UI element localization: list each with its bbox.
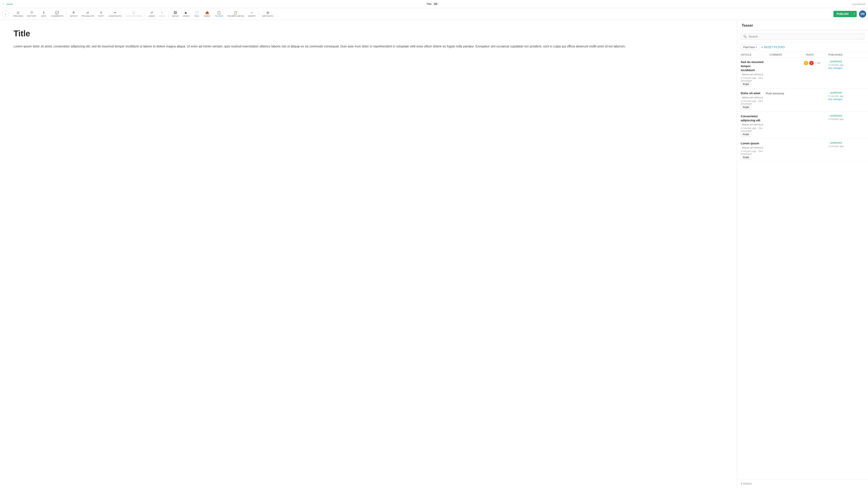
top-bar: ✓ saved Title DE unpublished — [0, 0, 868, 8]
close-icon: ✕ — [761, 46, 763, 49]
search-section: 🔍 — [737, 31, 868, 43]
image-label: IMAGE — [172, 15, 179, 17]
preview-button[interactable]: ⊡ PREVIEW — [11, 10, 25, 18]
article-name: Dolor sit amet REGULAR ARTICLE — [741, 91, 764, 99]
file-button[interactable]: 📄 FILE — [192, 10, 202, 18]
translate-icon: ⇄ — [86, 11, 89, 14]
teaser-unpub-icon: 📋 — [234, 11, 237, 14]
history-icon: ⏱ — [30, 11, 33, 14]
col-comment: Comment — [770, 53, 806, 56]
comment-cell: Push tomorrow — [766, 91, 802, 95]
copy-icon: ⎘ — [100, 11, 102, 14]
language-badge: DE — [433, 2, 438, 5]
lists-label: LISTS ON PAGE — [126, 15, 142, 17]
assistants-button[interactable]: ✦ ASSISTANTS — [107, 10, 123, 18]
published-time: 4 minutes ago — [828, 95, 864, 97]
copy-button[interactable]: ⎘ COPY — [96, 10, 106, 18]
info-button[interactable]: ℹ INFO — [39, 10, 49, 18]
watch-label: WATCH — [70, 15, 78, 17]
video-button[interactable]: ▶ VIDEO — [181, 10, 191, 18]
article-title: Title — [13, 29, 723, 38]
undo-button[interactable]: ↺ UNDO — [147, 10, 157, 18]
article-name: Consectetur adipiscing elit REGULAR ARTI… — [741, 114, 764, 126]
inbox-button[interactable]: 📥 INBOX — [202, 10, 213, 18]
has-changes[interactable]: has changes — [828, 98, 864, 101]
comments-button[interactable]: 💬 COMMENTS — [49, 10, 65, 18]
col-published: Published — [828, 53, 864, 56]
search-box: 🔍 — [741, 33, 864, 40]
published-cell: ↑ published 4 minutes ago has changes — [828, 91, 864, 101]
nav-back-button[interactable]: ‹ — [2, 10, 9, 18]
search-input[interactable] — [749, 35, 862, 38]
col-tasks: Tasks — [806, 53, 828, 56]
push-button[interactable]: PUSH — [741, 133, 751, 136]
toolbar-sep-1 — [66, 10, 67, 18]
editor-area[interactable]: Title Lorem ipsum dolor sit amet, consec… — [0, 20, 737, 488]
insert-icon: + — [251, 11, 253, 14]
watch-button[interactable]: 👁 WATCH — [68, 10, 79, 18]
lists-on-page-button[interactable]: ☰ LISTS ON PAGE — [124, 10, 144, 18]
comment-text: Push tomorrow — [766, 92, 802, 95]
teaser-unpub-label: TEASER UNPUB — [227, 15, 244, 17]
published-label: published — [831, 114, 842, 117]
assistants-label: ASSISTANTS — [108, 15, 122, 17]
teaser-button[interactable]: 📋 TEASER — [213, 10, 225, 18]
main-layout: Title Lorem ipsum dolor sit amet, consec… — [0, 20, 868, 488]
published-label: published — [831, 91, 842, 94]
push-button[interactable]: PUSH — [741, 83, 751, 86]
side-panel: Teaser 🔍 Past hour ▾ ✕ RESET FILTERS Art… — [737, 20, 868, 488]
task-badge: ! — [809, 61, 814, 65]
image-button[interactable]: 🖼 IMAGE — [170, 10, 181, 18]
teaser-label: TEASER — [215, 15, 223, 17]
checkmark-icon: ✓ — [3, 2, 5, 5]
info-label: INFO — [41, 15, 46, 17]
file-label: FILE — [194, 15, 199, 17]
published-time: 4 minutes ago — [828, 145, 864, 148]
history-button[interactable]: ⏱ HISTORY — [25, 10, 38, 18]
image-icon: 🖼 — [174, 11, 177, 14]
reset-label: RESET FILTERS — [764, 46, 785, 49]
task-badges: T! +-23h — [804, 61, 827, 65]
published-label: published — [831, 60, 842, 63]
published-status: ↑ published — [828, 60, 864, 63]
teaser-unpub-button[interactable]: 📋 TEASER UNPUB — [225, 10, 246, 18]
task-count: +-23h — [815, 62, 820, 64]
published-time: 3 minutes ago — [828, 64, 864, 66]
table-row: Dolor sit amet REGULAR ARTICLE 3 minutes… — [737, 89, 868, 112]
article-name: Lorem ipsum REGULAR ARTICLE — [741, 141, 764, 149]
article-cell: Lorem ipsum REGULAR ARTICLE 4 minutes ag… — [741, 141, 764, 160]
redo-button[interactable]: ↻ REDO — [157, 10, 167, 18]
article-body: Lorem ipsum dolor sit amet, consectetur … — [13, 44, 723, 49]
publish-arrow-button[interactable]: ▾ — [852, 11, 857, 17]
insert-button[interactable]: + INSERT — [246, 10, 258, 18]
published-status: ↑ published — [828, 91, 864, 94]
push-button[interactable]: PUSH — [741, 105, 751, 109]
video-label: VIDEO — [183, 15, 189, 17]
lists-icon: ☰ — [132, 11, 135, 14]
publish-status: unpublished — [852, 3, 865, 5]
article-cell: Consectetur adipiscing elit REGULAR ARTI… — [741, 114, 764, 136]
metadata-button[interactable]: ⊞ METADATA — [260, 10, 275, 18]
panel-header: Teaser — [737, 20, 868, 31]
table-row: Consectetur adipiscing elit REGULAR ARTI… — [737, 112, 868, 139]
time-filter-button[interactable]: Past hour ▾ — [741, 44, 759, 50]
article-cell: Sed do eiusmod tempor incididunt REGULAR… — [741, 60, 764, 86]
document-title: Title DE — [426, 2, 438, 6]
translate-button[interactable]: ⇄ TRANSLATE — [80, 10, 96, 18]
has-changes[interactable]: has changes — [828, 67, 864, 69]
article-meta: 2 minutes ago · Dev Developer — [741, 76, 764, 82]
video-icon: ▶ — [185, 11, 187, 14]
reset-filters-button[interactable]: ✕ RESET FILTERS — [761, 46, 785, 49]
article-meta: 3 minutes ago · Dev Developer — [741, 100, 764, 105]
publish-main-button[interactable]: PUBLISH — [833, 11, 852, 17]
published-icon: ↑ — [828, 114, 830, 117]
redo-icon: ↻ — [161, 11, 163, 14]
push-button[interactable]: PUSH — [741, 156, 751, 160]
published-cell: ↑ published 4 minutes ago — [828, 141, 864, 148]
avatar: DD — [859, 10, 866, 18]
saved-status: ✓ saved — [3, 2, 13, 5]
filters-bar: Past hour ▾ ✕ RESET FILTERS — [737, 43, 868, 52]
teaser-icon: 📋 — [217, 11, 221, 14]
history-label: HISTORY — [27, 15, 37, 17]
task-badge: T — [804, 61, 808, 65]
